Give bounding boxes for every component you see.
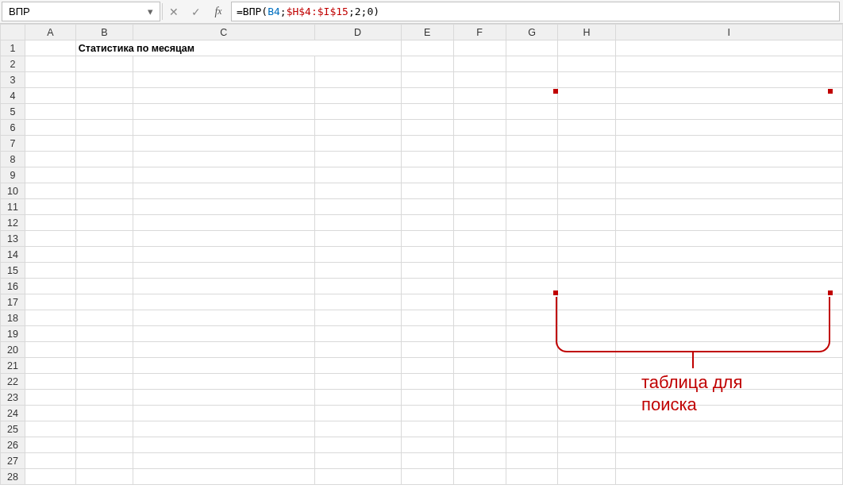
cell-A25[interactable] — [25, 421, 75, 437]
cell-A4[interactable] — [25, 88, 75, 104]
row-header[interactable]: 23 — [1, 390, 25, 406]
cell-G6[interactable] — [506, 120, 558, 136]
row-header[interactable]: 4 — [1, 88, 25, 104]
cell-B16[interactable] — [75, 279, 133, 294]
cell-C2[interactable] — [133, 56, 314, 72]
row-header[interactable]: 16 — [1, 279, 25, 294]
cell-I15[interactable] — [615, 263, 842, 279]
cell-B11[interactable] — [75, 199, 133, 215]
cell-A6[interactable] — [25, 120, 75, 136]
cell-D12[interactable] — [314, 215, 401, 231]
row-header[interactable]: 6 — [1, 120, 25, 136]
cell-I9[interactable] — [615, 167, 842, 183]
cell-B3[interactable] — [75, 72, 133, 88]
cell-B9[interactable] — [75, 167, 133, 183]
cell-C4[interactable] — [133, 88, 314, 104]
cell-F12[interactable] — [453, 215, 506, 231]
cell-D24[interactable] — [314, 406, 401, 421]
cell-B7[interactable] — [75, 136, 133, 152]
cell-B27[interactable] — [75, 453, 133, 469]
row-header[interactable]: 7 — [1, 136, 25, 152]
cell-D10[interactable] — [314, 183, 401, 199]
col-header[interactable]: C — [133, 25, 314, 40]
cell-C17[interactable] — [133, 294, 314, 310]
cell-B25[interactable] — [75, 421, 133, 437]
cell-H3[interactable] — [558, 72, 615, 88]
cell-D6[interactable] — [314, 120, 401, 136]
row-header[interactable]: 25 — [1, 421, 25, 437]
cell-E21[interactable] — [401, 358, 453, 374]
row-header[interactable]: 24 — [1, 406, 25, 421]
cell-F15[interactable] — [453, 263, 506, 279]
cell-F18[interactable] — [453, 310, 506, 326]
cell-G12[interactable] — [506, 215, 558, 231]
cell-D28[interactable] — [314, 469, 401, 485]
cell-E24[interactable] — [401, 406, 453, 421]
cell-D13[interactable] — [314, 231, 401, 247]
cell-H21[interactable] — [558, 358, 615, 374]
cell-B17[interactable] — [75, 294, 133, 310]
cell-A18[interactable] — [25, 310, 75, 326]
cell-I2[interactable] — [615, 56, 842, 72]
cell-G2[interactable] — [506, 56, 558, 72]
cell-F22[interactable] — [453, 374, 506, 390]
cell-A10[interactable] — [25, 183, 75, 199]
cell-G10[interactable] — [506, 183, 558, 199]
cell-E19[interactable] — [401, 326, 453, 342]
row-header[interactable]: 2 — [1, 56, 25, 72]
cell-A28[interactable] — [25, 469, 75, 485]
row-header[interactable]: 10 — [1, 183, 25, 199]
cell-E18[interactable] — [401, 310, 453, 326]
cell-E20[interactable] — [401, 342, 453, 358]
cell-B19[interactable] — [75, 326, 133, 342]
cell-B23[interactable] — [75, 390, 133, 406]
cell-H6[interactable] — [558, 120, 615, 136]
col-header[interactable]: G — [506, 25, 558, 40]
cell-B15[interactable] — [75, 263, 133, 279]
cell-C11[interactable] — [133, 199, 314, 215]
cell-G27[interactable] — [506, 453, 558, 469]
cell-B24[interactable] — [75, 406, 133, 421]
cell-G26[interactable] — [506, 437, 558, 453]
cell-B14[interactable] — [75, 247, 133, 263]
cell-F6[interactable] — [453, 120, 506, 136]
cell-E4[interactable] — [401, 88, 453, 104]
row-header[interactable]: 22 — [1, 374, 25, 390]
cell-G3[interactable] — [506, 72, 558, 88]
cell-A1[interactable] — [25, 40, 75, 56]
cell-H22[interactable] — [558, 374, 615, 390]
cell-D16[interactable] — [314, 279, 401, 294]
cell-I1[interactable] — [615, 40, 842, 56]
cell-B12[interactable] — [75, 215, 133, 231]
cell-E25[interactable] — [401, 421, 453, 437]
row-header[interactable]: 21 — [1, 358, 25, 374]
cell-E10[interactable] — [401, 183, 453, 199]
cell-A22[interactable] — [25, 374, 75, 390]
cell-A21[interactable] — [25, 358, 75, 374]
range-handle-icon[interactable] — [828, 89, 833, 94]
cell-D14[interactable] — [314, 247, 401, 263]
cell-F17[interactable] — [453, 294, 506, 310]
row-header[interactable]: 18 — [1, 310, 25, 326]
cell-H4[interactable] — [558, 88, 615, 104]
cell-G5[interactable] — [506, 104, 558, 120]
cell-I3[interactable] — [615, 72, 842, 88]
cell-A3[interactable] — [25, 72, 75, 88]
cell-A19[interactable] — [25, 326, 75, 342]
cell-I8[interactable] — [615, 152, 842, 167]
col-header[interactable]: F — [453, 25, 506, 40]
cell-F8[interactable] — [453, 152, 506, 167]
cell-E17[interactable] — [401, 294, 453, 310]
row-header[interactable]: 27 — [1, 453, 25, 469]
cell-I27[interactable] — [615, 453, 842, 469]
enter-icon[interactable]: ✓ — [185, 0, 207, 23]
cell-H14[interactable] — [558, 247, 615, 263]
row-header[interactable]: 12 — [1, 215, 25, 231]
row-header[interactable]: 26 — [1, 437, 25, 453]
cell-C5[interactable] — [133, 104, 314, 120]
cell-G8[interactable] — [506, 152, 558, 167]
cell-D17[interactable] — [314, 294, 401, 310]
cell-I14[interactable] — [615, 247, 842, 263]
cell-F26[interactable] — [453, 437, 506, 453]
cell-F27[interactable] — [453, 453, 506, 469]
